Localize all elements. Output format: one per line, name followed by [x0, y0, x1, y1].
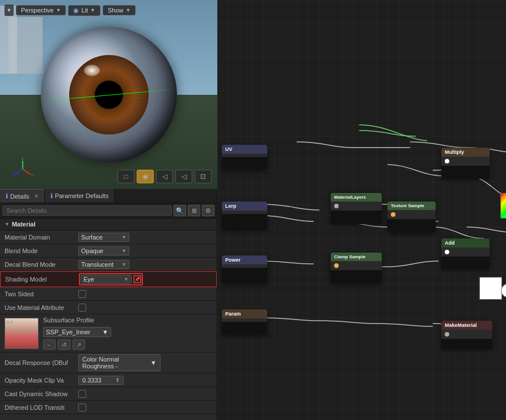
dithered-lod-checkbox[interactable] [78, 404, 86, 411]
node-far-left-1-body [222, 154, 267, 157]
lit-button[interactable]: ◉ Lit ▼ [68, 5, 100, 16]
use-material-attrs-row: Use Material Attribute [0, 301, 217, 314]
param-tab-label: Parameter Defaults [55, 192, 109, 199]
opacity-mask-field[interactable]: 0.3333 ⬆ [78, 376, 124, 385]
node-labeled-1-body [331, 201, 382, 211]
vp-btn-5[interactable]: ⊡ [195, 170, 212, 183]
two-sided-checkbox[interactable] [78, 290, 86, 298]
vp-btn-2[interactable]: ◉ [137, 170, 154, 183]
grid-view-button[interactable]: ⊞ [188, 205, 200, 216]
subsurface-preview: 0.4 [5, 318, 39, 349]
blend-mode-dropdown[interactable]: Opaque ▼ [78, 246, 129, 255]
material-section-header[interactable]: ▼ Material [0, 219, 217, 230]
decal-blend-mode-row: Decal Blend Mode Translucent ▼ [0, 258, 217, 271]
perspective-label: Perspective [21, 7, 53, 14]
cast-shadow-row: Cast Dynamic Shadow [0, 387, 217, 401]
svg-text:Z: Z [12, 173, 15, 178]
search-input[interactable] [2, 205, 172, 216]
node-far-left-2: Lerp [222, 201, 267, 230]
shading-model-highlight-box: Eye ▼ 📌 [79, 273, 143, 285]
node-far-left-3-body [222, 264, 267, 268]
subsurface-dropdown-arrow: ▼ [102, 329, 108, 335]
subsurface-right: Subsurface Profile SSP_Eye_Inner ▼ ← ↺ ↗ [43, 317, 212, 350]
node-mid-1-pin-dot [445, 159, 449, 163]
svg-text:Y: Y [21, 158, 24, 161]
blend-mode-text: Opaque [81, 247, 103, 254]
perspective-button[interactable]: Perspective ▼ [16, 5, 66, 15]
node-bottom-1-pin-dot [445, 332, 449, 337]
node-labeled-1: MaterialLayers [331, 193, 382, 224]
panel-tabs: ℹ Details ✕ ℹ Parameter Defaults [0, 189, 217, 203]
subsurface-refresh-btn[interactable]: ↺ [58, 339, 70, 350]
circle-color-node [501, 284, 506, 297]
details-tab-icon: ℹ [6, 192, 8, 200]
svg-text:X: X [32, 173, 34, 178]
subsurface-jump-btn[interactable]: ↗ [73, 339, 85, 350]
viewport-arrow-btn[interactable]: ▼ [5, 5, 14, 16]
white-swatch [479, 277, 502, 300]
decal-response-label: Decal Response (DBuf [5, 359, 78, 366]
node-low-1-body [441, 247, 490, 257]
node-labeled-3-header: Clamp Sample [331, 253, 382, 261]
node-labeled-3-pin [334, 263, 378, 268]
node-labeled-2: Texture Sample [387, 201, 436, 233]
opacity-mask-spin[interactable]: ⬆ [115, 377, 120, 383]
settings-button[interactable]: ⚙ [202, 205, 214, 216]
section-arrow-icon: ▼ [5, 221, 10, 227]
shading-model-row: Shading Model Eye ▼ 📌 [0, 271, 217, 287]
details-content: ▼ Material Material Domain Surface ▼ B [0, 219, 217, 420]
cast-shadow-checkbox[interactable] [78, 390, 86, 398]
shading-model-dropdown[interactable]: Eye ▼ [81, 275, 132, 284]
node-far-left-2-header: Lerp [222, 201, 267, 211]
tab-param-defaults[interactable]: ℹ Parameter Defaults [45, 189, 115, 203]
subsurface-back-btn[interactable]: ← [43, 339, 56, 350]
blend-mode-arrow: ▼ [121, 248, 126, 254]
subsurface-dropdown[interactable]: SSP_Eye_Inner ▼ [43, 327, 111, 337]
svg-line-2 [14, 169, 23, 175]
two-sided-value [78, 290, 212, 298]
material-domain-row: Material Domain Surface ▼ [0, 230, 217, 244]
material-domain-value: Surface ▼ [78, 233, 212, 242]
lit-icon: ◉ [73, 7, 79, 14]
two-sided-row: Two Sided [0, 287, 217, 301]
vp-btn-1[interactable]: □ [117, 170, 134, 183]
opacity-mask-row: Opacity Mask Clip Va 0.3333 ⬆ [0, 373, 217, 387]
decal-response-dropdown[interactable]: Color Normal Roughness - ▼ [78, 354, 161, 371]
material-domain-dropdown[interactable]: Surface ▼ [78, 233, 129, 242]
decal-blend-mode-value: Translucent ▼ [78, 260, 212, 269]
node-far-left-3-header: Power [222, 255, 267, 264]
show-arrow: ▼ [125, 7, 130, 13]
vp-btn-4[interactable]: ◁ [175, 170, 192, 183]
show-button[interactable]: Show ▼ [103, 5, 136, 15]
tab-details[interactable]: ℹ Details ✕ [0, 189, 45, 203]
use-material-attrs-checkbox[interactable] [78, 304, 86, 312]
dithered-lod-label: Dithered LOD Transiti [5, 404, 78, 411]
vp-btn-3[interactable]: ◁ [156, 170, 173, 183]
decal-response-row: Decal Response (DBuf Color Normal Roughn… [0, 352, 217, 373]
cast-shadow-value [78, 390, 212, 398]
shading-model-label: Shading Model [5, 276, 79, 283]
search-bar: 🔍 ⊞ ⚙ [0, 203, 217, 219]
node-far-left-4-body [222, 318, 267, 322]
node-mid-1-header: Multiply [441, 148, 490, 157]
shading-model-pin-button[interactable]: 📌 [133, 275, 141, 283]
lit-arrow: ▼ [90, 7, 95, 13]
decal-blend-mode-dropdown[interactable]: Translucent ▼ [78, 260, 129, 269]
eye-highlight [84, 65, 100, 76]
node-labeled-1-dot [334, 204, 339, 208]
subsurface-preview-label: 0.4 [6, 320, 12, 325]
node-low-1: Add [441, 238, 490, 270]
details-tab-close[interactable]: ✕ [34, 193, 39, 199]
node-labeled-2-pin [391, 212, 432, 217]
node-mid-1: Multiply [441, 148, 490, 179]
white-color-node [479, 277, 502, 300]
shading-model-pin-icon: 📌 [134, 277, 140, 282]
search-button[interactable]: 🔍 [174, 205, 186, 216]
node-labeled-2-dot [391, 212, 395, 217]
node-labeled-1-header: MaterialLayers [331, 193, 382, 201]
node-editor[interactable]: M Output Base Color Metallic Specular Ro… [217, 0, 506, 420]
node-far-left-1: UV [222, 145, 267, 170]
opacity-mask-label: Opacity Mask Clip Va [5, 377, 78, 384]
node-far-left-3: Power [222, 255, 267, 284]
decal-blend-mode-arrow: ▼ [121, 262, 126, 267]
